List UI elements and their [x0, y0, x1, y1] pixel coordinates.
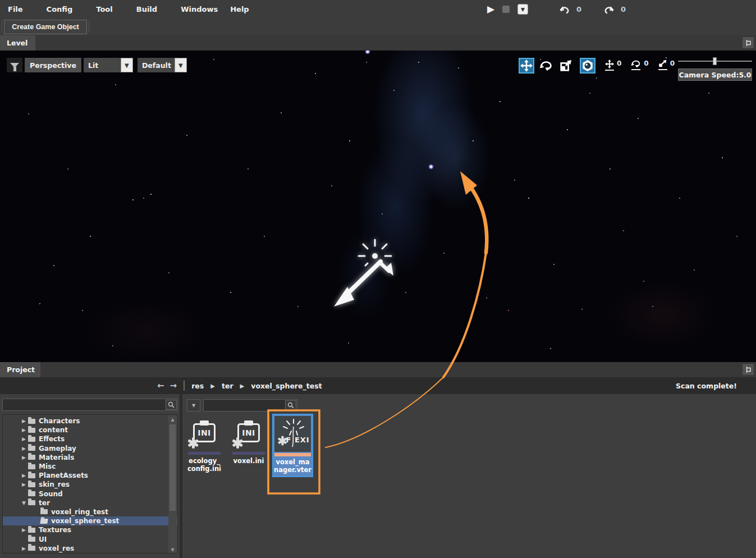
tree-item-voxel_ring_test[interactable]: voxel_ring_test — [3, 507, 177, 516]
scale-snap-group[interactable]: 0 — [658, 60, 675, 70]
scrollbar-thumb[interactable] — [169, 424, 176, 511]
view-preset-select[interactable]: Default ▼ — [138, 58, 187, 72]
shading-mode-select[interactable]: Lit ▼ — [84, 58, 133, 72]
folder-icon — [28, 419, 35, 424]
breadcrumb-res[interactable]: res — [191, 382, 204, 390]
rotate-tool-button[interactable] — [538, 58, 554, 74]
view-filter-icon[interactable] — [7, 58, 22, 72]
modified-asterisk-icon — [231, 437, 244, 449]
camera-speed-handle[interactable] — [713, 57, 717, 65]
project-tab-bar: Project — [0, 362, 756, 377]
folder-search-input[interactable] — [2, 399, 178, 411]
folder-icon — [28, 455, 35, 460]
projection-button[interactable]: Perspective — [25, 58, 81, 72]
tree-item-Textures[interactable]: ▶Textures — [3, 525, 177, 534]
move-snap-group[interactable]: 0 — [605, 60, 621, 71]
scale-tool-button[interactable] — [558, 58, 574, 74]
play-button[interactable]: ▶ — [487, 4, 494, 14]
expander-icon[interactable]: ▶ — [20, 418, 28, 424]
tree-scrollbar[interactable]: ▲ ▼ — [168, 415, 177, 554]
menu-file[interactable]: File — [2, 5, 29, 13]
breadcrumb-separator-icon: ▶ — [240, 383, 245, 389]
expander-icon[interactable]: ▶ — [20, 446, 28, 451]
breadcrumb-ter[interactable]: ter — [222, 382, 233, 390]
toolbar-grip[interactable] — [2, 21, 3, 33]
dock-pin-icon[interactable] — [743, 37, 754, 48]
scroll-up-icon[interactable]: ▲ — [168, 415, 177, 423]
menu-tool[interactable]: Tool — [90, 5, 118, 13]
tree-item-voxel_res[interactable]: ▶voxel_res — [3, 544, 177, 553]
scene-viewport[interactable]: Perspective Lit ▼ Default ▼ — [0, 51, 756, 362]
tree-item-PlanetAssets[interactable]: ▶PlanetAssets — [3, 471, 177, 480]
modified-asterisk-icon — [277, 436, 287, 446]
menu-help[interactable]: Help — [224, 5, 254, 13]
tree-item-Gameplay[interactable]: ▶Gameplay — [3, 444, 177, 453]
expander-icon[interactable]: ▶ — [20, 455, 28, 460]
scale-icon — [560, 60, 572, 72]
dock-pin-icon[interactable] — [743, 364, 754, 375]
viewport-toolbar-right: 0 0 — [519, 58, 675, 74]
folder-icon — [28, 528, 35, 533]
expander-icon[interactable]: ▼ — [20, 500, 28, 506]
tree-item-Misc[interactable]: Misc — [3, 462, 177, 471]
undo-icon[interactable] — [558, 5, 571, 14]
chevron-down-icon[interactable]: ▼ — [121, 58, 133, 72]
asset-search-input[interactable] — [203, 399, 297, 411]
editor-window: File Config Tool Build Windows Help ▶ ▼ … — [0, 0, 756, 558]
menu-windows[interactable]: Windows — [175, 5, 223, 13]
redo-count: 0 — [621, 5, 626, 13]
tree-item-Effects[interactable]: ▶Effects — [3, 434, 177, 443]
move-icon — [520, 60, 533, 72]
folder-tree: ▶Characters▶content▶Effects▶Gameplay▶Mat… — [2, 414, 178, 554]
tree-item-UI[interactable]: UI — [3, 534, 177, 543]
expander-icon[interactable]: ▶ — [20, 546, 28, 551]
tree-item-label: Textures — [39, 526, 71, 534]
folder-icon — [28, 546, 35, 551]
expander-icon[interactable]: ▶ — [20, 427, 28, 433]
tree-item-ter[interactable]: ▼ter — [3, 498, 177, 507]
expander-icon[interactable]: ▶ — [20, 482, 28, 487]
breadcrumb-separator-icon: ▶ — [210, 383, 215, 389]
play-options-dropdown[interactable]: ▼ — [517, 4, 528, 15]
camera-speed-slider[interactable] — [678, 61, 752, 62]
tree-item-Sound[interactable]: Sound — [3, 490, 177, 498]
move-tool-button[interactable] — [519, 58, 534, 74]
toolbar: Create Game Object — [0, 19, 756, 35]
tree-item-voxel_sphere_test[interactable]: voxel_sphere_test — [3, 516, 177, 525]
gizmo-space-button[interactable] — [580, 58, 595, 74]
tree-item-skin_res[interactable]: ▶skin_res — [3, 480, 177, 489]
tree-item-label: voxel_ring_test — [51, 508, 108, 516]
tab-project[interactable]: Project — [0, 362, 40, 377]
tree-item-label: Misc — [39, 463, 56, 470]
scroll-down-icon[interactable]: ▼ — [168, 546, 177, 554]
file-tile-ecology_config.ini[interactable]: INIecology_config.ini — [186, 416, 222, 473]
chevron-down-icon[interactable]: ▼ — [175, 58, 187, 72]
view-options-dropdown[interactable]: ▼ — [187, 399, 200, 411]
tree-item-label: content — [39, 426, 68, 434]
expander-icon[interactable]: ▶ — [20, 436, 28, 442]
file-name-label: ecology_config.ini — [186, 457, 222, 473]
search-icon[interactable] — [285, 400, 296, 410]
toolbar-grip-end — [89, 21, 90, 33]
folder-icon — [40, 509, 48, 514]
panel-splitter[interactable] — [180, 394, 182, 558]
file-tile-voxel_manager.vter[interactable]: F EXIvoxel_manager.vter — [272, 414, 313, 477]
create-game-object-button[interactable]: Create Game Object — [4, 20, 87, 34]
rotate-snap-group[interactable]: 0 — [631, 60, 648, 70]
nav-forward-icon[interactable]: → — [170, 381, 177, 391]
redo-icon[interactable] — [603, 5, 615, 14]
file-tile-voxel.ini[interactable]: INIvoxel.ini — [231, 416, 267, 465]
nav-back-icon[interactable]: ← — [157, 381, 164, 391]
menu-build[interactable]: Build — [131, 5, 163, 13]
tab-level[interactable]: Level — [0, 35, 35, 51]
search-icon[interactable] — [166, 400, 177, 410]
expander-icon[interactable]: ▶ — [20, 527, 28, 533]
tree-item-content[interactable]: ▶content — [3, 426, 177, 434]
stop-button[interactable] — [502, 6, 510, 13]
tree-item-Characters[interactable]: ▶Characters — [3, 417, 177, 426]
tree-item-label: PlanetAssets — [39, 472, 88, 479]
breadcrumb-voxel-sphere-test[interactable]: voxel_sphere_test — [251, 382, 322, 390]
expander-icon[interactable]: ▶ — [20, 473, 28, 478]
tree-item-Materials[interactable]: ▶Materials — [3, 453, 177, 462]
menu-config[interactable]: Config — [41, 5, 79, 13]
